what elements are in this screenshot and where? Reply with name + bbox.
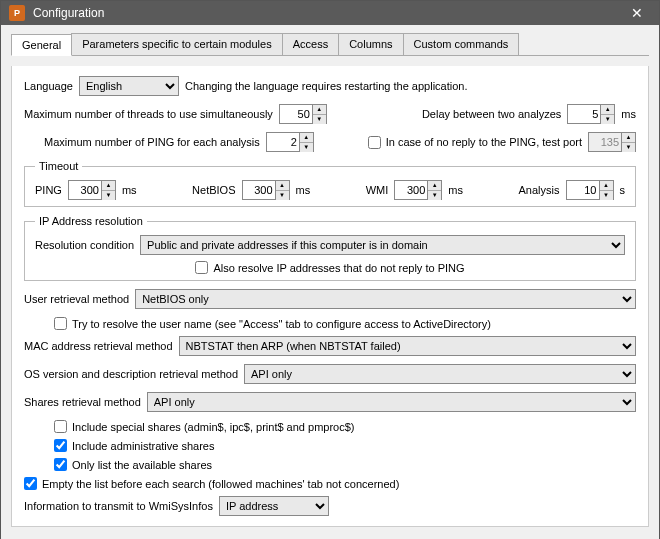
timeout-legend: Timeout xyxy=(35,160,82,172)
app-icon: P xyxy=(9,5,25,21)
delay-unit: ms xyxy=(621,108,636,120)
timeout-analysis-spin[interactable]: ▲▼ xyxy=(566,180,614,200)
button-bar: Restore the default values (current tab)… xyxy=(11,533,649,539)
wmi-info-label: Information to transmit to WmiSysInfos xyxy=(24,500,213,512)
user-retrieval-select[interactable]: NetBIOS only xyxy=(135,289,636,309)
tab-panel-general: Language English Changing the language r… xyxy=(11,66,649,527)
delay-spin[interactable]: ▲▼ xyxy=(567,104,615,124)
language-note: Changing the language requires restartin… xyxy=(185,80,468,92)
tab-params[interactable]: Parameters specific to certain modules xyxy=(71,33,283,55)
close-icon[interactable]: ✕ xyxy=(623,1,651,25)
try-resolve-check[interactable]: Try to resolve the user name (see "Acces… xyxy=(54,317,636,330)
timeout-ping-spin[interactable]: ▲▼ xyxy=(68,180,116,200)
shares-label: Shares retrieval method xyxy=(24,396,141,408)
delay-label: Delay between two analyzes xyxy=(422,108,561,120)
tab-access[interactable]: Access xyxy=(282,33,339,55)
shares-only-check[interactable]: Only list the available shares xyxy=(54,458,636,471)
ipres-cond-select[interactable]: Public and private addresses if this com… xyxy=(140,235,625,255)
ipres-legend: IP Address resolution xyxy=(35,215,147,227)
mac-label: MAC address retrieval method xyxy=(24,340,173,352)
shares-select[interactable]: API only xyxy=(147,392,636,412)
threads-spin[interactable]: ▲▼ xyxy=(279,104,327,124)
client-area: General Parameters specific to certain m… xyxy=(1,25,659,539)
titlebar: P Configuration ✕ xyxy=(1,1,659,25)
pingeach-spin[interactable]: ▲▼ xyxy=(266,132,314,152)
shares-admin-check[interactable]: Include administrative shares xyxy=(54,439,636,452)
config-dialog: P Configuration ✕ General Parameters spe… xyxy=(0,0,660,539)
ipres-also-check[interactable]: Also resolve IP addresses that do not re… xyxy=(35,261,625,274)
tab-columns[interactable]: Columns xyxy=(338,33,403,55)
noreply-check[interactable]: In case of no reply to the PING, test po… xyxy=(368,136,582,149)
tab-strip: General Parameters specific to certain m… xyxy=(11,33,649,56)
user-retrieval-label: User retrieval method xyxy=(24,293,129,305)
ipres-cond-label: Resolution condition xyxy=(35,239,134,251)
noreply-port-spin: ▲▼ xyxy=(588,132,636,152)
wmi-info-select[interactable]: IP address xyxy=(219,496,329,516)
osver-select[interactable]: API only xyxy=(244,364,636,384)
timeout-netbios-spin[interactable]: ▲▼ xyxy=(242,180,290,200)
timeout-wmi-spin[interactable]: ▲▼ xyxy=(394,180,442,200)
mac-select[interactable]: NBTSTAT then ARP (when NBTSTAT failed) xyxy=(179,336,636,356)
spin-up-icon: ▲ xyxy=(313,105,326,115)
pingeach-label: Maximum number of PING for each analysis xyxy=(44,136,260,148)
tab-general[interactable]: General xyxy=(11,34,72,56)
empty-list-check[interactable]: Empty the list before each search (follo… xyxy=(24,477,636,490)
spin-down-icon: ▼ xyxy=(313,115,326,124)
window-title: Configuration xyxy=(33,6,623,20)
ipres-group: IP Address resolution Resolution conditi… xyxy=(24,215,636,281)
language-select[interactable]: English xyxy=(79,76,179,96)
threads-label: Maximum number of threads to use simulta… xyxy=(24,108,273,120)
timeout-group: Timeout PING▲▼ms NetBIOS▲▼ms WMI▲▼ms Ana… xyxy=(24,160,636,207)
osver-label: OS version and description retrieval met… xyxy=(24,368,238,380)
language-label: Language xyxy=(24,80,73,92)
tab-custom[interactable]: Custom commands xyxy=(403,33,520,55)
shares-special-check[interactable]: Include special shares (admin$, ipc$, pr… xyxy=(54,420,636,433)
